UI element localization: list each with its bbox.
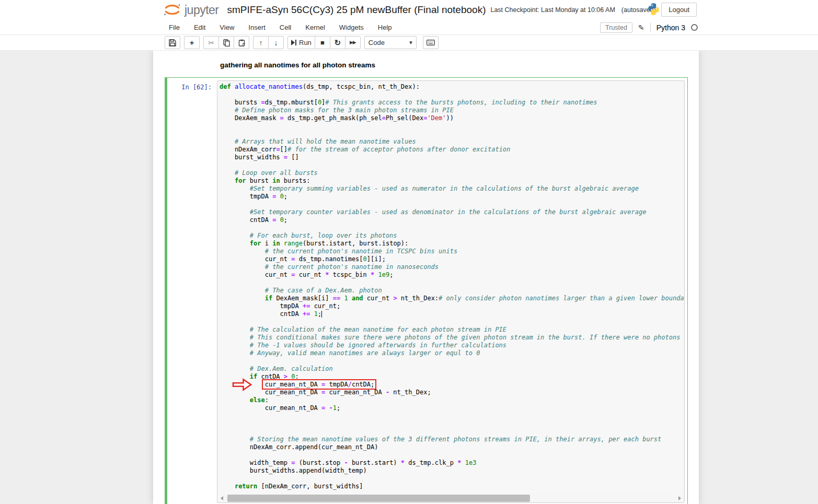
cut-cell-button[interactable]: ✂ bbox=[203, 36, 219, 49]
code-line: #Set temporary summing variables - used … bbox=[220, 185, 682, 193]
jupyter-logo-icon bbox=[163, 3, 181, 17]
add-cell-icon: + bbox=[190, 39, 194, 46]
cell-type-value: Code bbox=[368, 39, 385, 46]
code-line bbox=[220, 91, 682, 99]
code-line: # Storing the mean nanotime values of th… bbox=[220, 436, 682, 443]
code-line bbox=[220, 475, 682, 483]
save-icon bbox=[169, 39, 176, 46]
menu-item-insert[interactable]: Insert bbox=[248, 24, 266, 31]
restart-run-all-icon: ▶▶ bbox=[350, 40, 356, 45]
code-line: # Dex.Aem. calculation bbox=[220, 365, 682, 373]
code-line: # Anyway, valid mean nanotimes are alway… bbox=[220, 349, 682, 357]
code-line: tmpDA = 0; bbox=[220, 193, 682, 201]
menu-item-file[interactable]: File bbox=[169, 24, 180, 31]
logout-button[interactable]: Logout bbox=[661, 3, 697, 17]
code-line: # Arrays that will hold the mean nanotim… bbox=[220, 138, 682, 146]
code-line: cur_mean_nt_DA = cur_mean_nt_DA - nt_th_… bbox=[220, 389, 682, 396]
code-line: cur_mean_nt_DA = tmpDA/cntDA; bbox=[220, 381, 682, 389]
menu-item-view[interactable]: View bbox=[220, 24, 234, 31]
paste-icon bbox=[238, 39, 245, 46]
text-cursor bbox=[321, 311, 322, 318]
move-cell-up-button[interactable]: ↑ bbox=[253, 36, 269, 49]
code-line: width_temp = (burst.stop - burst.start) … bbox=[220, 459, 682, 467]
code-line: # The case of a Dex.Aem. photon bbox=[220, 287, 682, 295]
copy-cell-button[interactable] bbox=[218, 36, 234, 49]
menu-list: FileEditViewInsertCellKernelWidgetsHelp bbox=[169, 24, 406, 31]
code-line: # the current photon's nanotime in TCSPC… bbox=[220, 248, 682, 255]
code-line: else: bbox=[220, 396, 682, 404]
menu-item-kernel[interactable]: Kernel bbox=[305, 24, 325, 31]
copy-icon bbox=[223, 39, 230, 46]
menu-divider bbox=[650, 23, 651, 32]
code-line bbox=[220, 130, 682, 138]
save-button[interactable] bbox=[165, 36, 180, 49]
code-area[interactable]: def allocate_nanotimes(ds_tmp, tcspc_bin… bbox=[217, 81, 684, 493]
code-line: tmpDA += cur_nt; bbox=[220, 302, 682, 310]
menu-item-widgets[interactable]: Widgets bbox=[339, 24, 364, 31]
python-logo-icon bbox=[647, 2, 661, 16]
cut-icon: ✂ bbox=[208, 39, 214, 47]
code-line bbox=[220, 224, 682, 232]
code-line: # the current photon's nanotime in nanos… bbox=[220, 263, 682, 271]
code-line bbox=[220, 428, 682, 436]
scrollbar-right-arrow[interactable] bbox=[676, 494, 684, 502]
run-button-label: Run bbox=[299, 39, 312, 46]
interrupt-kernel-button[interactable]: ■ bbox=[315, 36, 330, 49]
cell-input-area: def allocate_nanotimes(ds_tmp, tcspc_bin… bbox=[217, 80, 685, 503]
code-line: burst_widths.append(width_temp) bbox=[220, 467, 682, 475]
code-line: cur_nt = cur_nt * tcspc_bin * 1e9; bbox=[220, 271, 682, 279]
code-line bbox=[220, 357, 682, 365]
code-line bbox=[220, 201, 682, 208]
code-line: DexAem_mask = ds_tmp.get_ph_mask(ph_sel=… bbox=[220, 114, 682, 122]
code-cell[interactable]: In [62]: def allocate_nanotimes(ds_tmp, … bbox=[165, 77, 688, 504]
restart-kernel-button[interactable]: ↻ bbox=[330, 36, 345, 49]
code-line bbox=[220, 122, 682, 130]
code-line: for i in range(burst.istart, burst.istop… bbox=[220, 240, 682, 248]
code-line: cur_mean_nt_DA = -1; bbox=[220, 404, 682, 412]
paste-cell-button[interactable] bbox=[234, 36, 249, 49]
code-line: # The calculation of the mean nanotime f… bbox=[220, 326, 682, 334]
code-line: # The -1 values should be ignored afterw… bbox=[220, 342, 682, 349]
menu-right-cluster: Trusted ✎ Python 3 bbox=[600, 20, 698, 35]
code-line: def allocate_nanotimes(ds_tmp, tcspc_bin… bbox=[220, 83, 682, 91]
cell-prompt: In [62]: bbox=[167, 78, 217, 504]
markdown-cell[interactable]: gathering all nanotimes for all photon s… bbox=[220, 60, 699, 71]
menu-item-cell[interactable]: Cell bbox=[280, 24, 291, 31]
checkpoint-status: Last Checkpoint: Last Monday at 10:06 AM bbox=[490, 6, 615, 14]
code-line: if DexAem_mask[i] == 1 and cur_nt > nt_t… bbox=[220, 295, 682, 302]
code-line: cntDA += 1; bbox=[220, 310, 682, 318]
code-line: # Define photon masks for the 3 main pho… bbox=[220, 107, 682, 114]
code-line bbox=[220, 451, 682, 459]
code-line bbox=[220, 161, 682, 169]
scroll-left-icon bbox=[221, 496, 223, 500]
code-line: if cntDA > 0: bbox=[220, 373, 682, 381]
code-line: burst_widths = [] bbox=[220, 154, 682, 161]
code-line: cur_nt = ds_tmp.nanotimes[0][i]; bbox=[220, 255, 682, 263]
command-palette-icon bbox=[427, 40, 435, 45]
menu-item-edit[interactable]: Edit bbox=[194, 24, 205, 31]
kernel-name: Python 3 bbox=[656, 24, 685, 32]
restart-run-all-button[interactable]: ▶▶ bbox=[345, 36, 361, 49]
code-line: nDexAm_corr=[]# for the stream of accept… bbox=[220, 146, 682, 154]
trusted-badge[interactable]: Trusted bbox=[600, 22, 632, 33]
cell-type-select[interactable]: Code ▾ bbox=[364, 36, 417, 49]
scrollbar-left-arrow[interactable] bbox=[218, 494, 226, 502]
code-line: for burst in bursts: bbox=[220, 177, 682, 185]
code-line: return [nDexAm_corr, burst_widths] bbox=[220, 483, 682, 490]
add-cell-button[interactable]: + bbox=[184, 36, 200, 49]
toolbar: + ✂ ↑ ↓ bbox=[0, 35, 818, 51]
code-line bbox=[220, 420, 682, 428]
jupyter-logo-text: jupyter bbox=[185, 3, 219, 17]
menu-item-help[interactable]: Help bbox=[378, 24, 392, 31]
notebook-title[interactable]: smPIFE-aSyn 56C(Cy3) 25 pM newBuffer (Fi… bbox=[227, 4, 486, 16]
run-button[interactable]: Run bbox=[287, 36, 315, 49]
command-palette-button[interactable] bbox=[423, 36, 439, 49]
code-line: # Loop over all bursts bbox=[220, 169, 682, 177]
move-up-icon: ↑ bbox=[259, 39, 263, 46]
move-down-icon: ↓ bbox=[274, 39, 278, 46]
scrollbar-thumb[interactable] bbox=[227, 495, 530, 502]
title-row: jupyter smPIFE-aSyn 56C(Cy3) 25 pM newBu… bbox=[0, 0, 818, 20]
menu-bar: FileEditViewInsertCellKernelWidgetsHelp … bbox=[0, 20, 818, 35]
jupyter-logo[interactable]: jupyter bbox=[163, 3, 219, 17]
move-cell-down-button[interactable]: ↓ bbox=[268, 36, 284, 49]
